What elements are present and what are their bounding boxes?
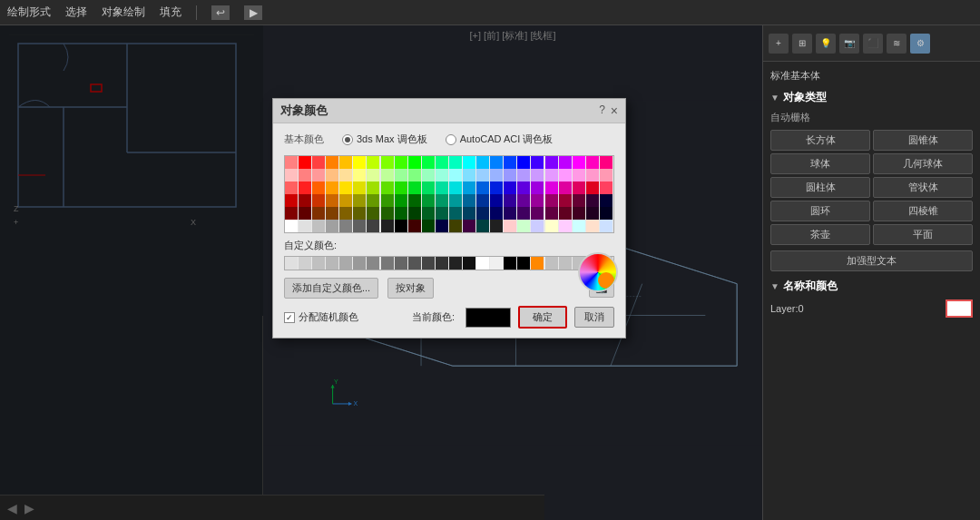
obj-teapot[interactable]: 茶壶 — [770, 224, 870, 245]
custom-color-cell[interactable] — [408, 257, 421, 270]
obj-pyramid[interactable]: 四棱锥 — [873, 201, 973, 221]
color-cell[interactable] — [381, 220, 394, 232]
color-cell[interactable] — [436, 169, 448, 182]
color-cell[interactable] — [490, 207, 503, 220]
menu-fill[interactable]: 填充 — [160, 5, 181, 20]
obj-geosphere[interactable]: 几何球体 — [873, 153, 973, 174]
custom-color-cell[interactable] — [436, 257, 448, 270]
panel-icon-helper[interactable]: ⬛ — [863, 34, 883, 54]
color-cell[interactable] — [517, 169, 530, 182]
color-cell[interactable] — [504, 220, 516, 232]
panel-icon-camera[interactable]: 📷 — [839, 34, 859, 54]
color-cell[interactable] — [586, 169, 599, 182]
color-cell[interactable] — [339, 220, 352, 232]
color-cell[interactable] — [326, 182, 338, 194]
color-cell[interactable] — [436, 207, 448, 220]
color-cell[interactable] — [600, 169, 612, 182]
color-cell[interactable] — [545, 169, 558, 182]
custom-color-cell[interactable] — [312, 257, 325, 270]
color-cell[interactable] — [476, 220, 489, 232]
color-cell[interactable] — [339, 207, 352, 220]
color-cell[interactable] — [449, 194, 462, 207]
color-palette[interactable] — [284, 155, 614, 233]
color-cell[interactable] — [367, 194, 379, 207]
color-cell[interactable] — [381, 156, 394, 169]
color-cell[interactable] — [339, 156, 352, 169]
tab-3dsmax[interactable]: 3ds Max 调色板 — [342, 132, 427, 146]
color-cell[interactable] — [395, 169, 407, 182]
color-cell[interactable] — [531, 169, 544, 182]
color-cell[interactable] — [395, 194, 407, 207]
color-cell[interactable] — [449, 182, 462, 194]
color-cell[interactable] — [353, 194, 366, 207]
color-cell[interactable] — [449, 207, 462, 220]
color-cell[interactable] — [408, 182, 421, 194]
current-color-box[interactable] — [466, 308, 511, 328]
color-cell[interactable] — [422, 207, 435, 220]
color-cell[interactable] — [490, 220, 503, 232]
color-cell[interactable] — [299, 182, 311, 194]
color-cell[interactable] — [339, 194, 352, 207]
color-cell[interactable] — [381, 194, 394, 207]
color-cell[interactable] — [476, 182, 489, 194]
color-cell[interactable] — [504, 169, 516, 182]
color-cell[interactable] — [600, 194, 612, 207]
color-cell[interactable] — [312, 169, 325, 182]
color-cell[interactable] — [531, 194, 544, 207]
obj-cone[interactable]: 圆锥体 — [873, 130, 973, 151]
undo-icon[interactable]: ↩ — [211, 5, 230, 20]
random-color-checkbox[interactable] — [284, 312, 295, 323]
custom-color-cell[interactable] — [353, 257, 366, 270]
color-cell[interactable] — [531, 207, 544, 220]
custom-color-cell[interactable] — [339, 257, 352, 270]
menu-draw-form[interactable]: 绘制形式 — [7, 5, 51, 20]
color-cell[interactable] — [476, 169, 489, 182]
color-cell[interactable] — [476, 207, 489, 220]
color-cell[interactable] — [312, 182, 325, 194]
color-cell[interactable] — [381, 207, 394, 220]
color-cell[interactable] — [285, 194, 298, 207]
color-cell[interactable] — [545, 182, 558, 194]
dialog-overlay[interactable]: 对象颜色 ? × 基本颜色 3ds Max 调色板 AutoCAD ACI 调色… — [0, 25, 762, 520]
color-cell[interactable] — [586, 194, 599, 207]
color-cell[interactable] — [353, 220, 366, 232]
obj-box[interactable]: 长方体 — [770, 130, 870, 151]
color-cell[interactable] — [531, 182, 544, 194]
color-cell[interactable] — [600, 207, 612, 220]
color-cell[interactable] — [586, 207, 599, 220]
color-cell[interactable] — [600, 182, 612, 194]
color-cell[interactable] — [573, 207, 585, 220]
color-cell[interactable] — [517, 220, 530, 232]
color-cell[interactable] — [299, 156, 311, 169]
color-cell[interactable] — [586, 182, 599, 194]
color-cell[interactable] — [353, 182, 366, 194]
color-cell[interactable] — [285, 169, 298, 182]
color-cell[interactable] — [408, 156, 421, 169]
color-cell[interactable] — [312, 220, 325, 232]
menu-select[interactable]: 选择 — [65, 5, 87, 20]
color-cell[interactable] — [408, 169, 421, 182]
panel-icon-space[interactable]: ≋ — [887, 34, 906, 54]
cancel-btn[interactable]: 取消 — [574, 307, 614, 328]
color-cell[interactable] — [600, 156, 612, 169]
play-icon[interactable]: ▶ — [244, 5, 262, 20]
color-cell[interactable] — [504, 207, 516, 220]
color-cell[interactable] — [463, 194, 475, 207]
color-cell[interactable] — [422, 194, 435, 207]
color-cell[interactable] — [353, 207, 366, 220]
color-cell[interactable] — [422, 169, 435, 182]
color-cell[interactable] — [573, 156, 585, 169]
color-cell[interactable] — [422, 220, 435, 232]
color-cell[interactable] — [353, 156, 366, 169]
color-cell[interactable] — [600, 220, 612, 232]
color-cell[interactable] — [299, 194, 311, 207]
color-cell[interactable] — [436, 156, 448, 169]
color-cell[interactable] — [463, 156, 475, 169]
color-cell[interactable] — [326, 169, 338, 182]
color-cell[interactable] — [559, 182, 572, 194]
color-cell[interactable] — [312, 156, 325, 169]
random-color-option[interactable]: 分配随机颜色 — [284, 310, 358, 324]
color-cell[interactable] — [559, 207, 572, 220]
color-cell[interactable] — [573, 169, 585, 182]
custom-color-cell[interactable] — [422, 257, 435, 270]
